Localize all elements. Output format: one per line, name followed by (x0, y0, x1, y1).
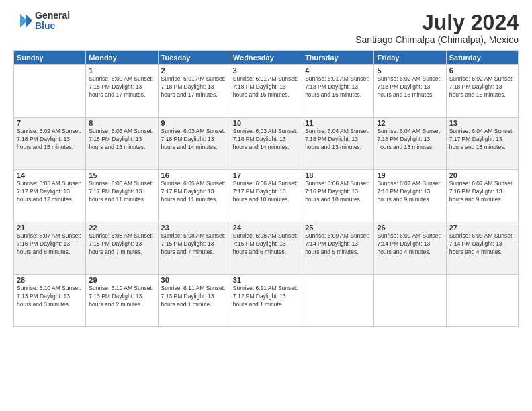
day-info: Sunrise: 6:07 AM Sunset: 7:16 PM Dayligh… (449, 180, 515, 204)
day-number: 11 (305, 119, 371, 127)
day-cell: 22Sunrise: 6:08 AM Sunset: 7:15 PM Dayli… (86, 222, 158, 275)
day-number: 4 (305, 66, 371, 75)
day-info: Sunrise: 6:06 AM Sunset: 7:17 PM Dayligh… (233, 180, 299, 204)
logo-general: General (35, 11, 70, 21)
day-info: Sunrise: 6:02 AM Sunset: 7:18 PM Dayligh… (377, 75, 443, 99)
day-info: Sunrise: 6:03 AM Sunset: 7:18 PM Dayligh… (233, 128, 299, 152)
day-cell: 7Sunrise: 6:02 AM Sunset: 7:18 PM Daylig… (14, 118, 86, 170)
day-info: Sunrise: 6:04 AM Sunset: 7:18 PM Dayligh… (305, 128, 371, 152)
day-info: Sunrise: 6:09 AM Sunset: 7:14 PM Dayligh… (377, 232, 443, 257)
day-number: 19 (377, 171, 443, 179)
logo-blue: Blue (35, 21, 70, 31)
day-number: 31 (233, 276, 299, 284)
logo-text: General Blue (35, 11, 70, 32)
day-info: Sunrise: 6:05 AM Sunset: 7:17 PM Dayligh… (89, 180, 154, 204)
day-cell: 26Sunrise: 6:09 AM Sunset: 7:14 PM Dayli… (374, 222, 446, 275)
day-cell: 17Sunrise: 6:06 AM Sunset: 7:17 PM Dayli… (230, 170, 302, 222)
day-info: Sunrise: 6:05 AM Sunset: 7:17 PM Dayligh… (161, 180, 227, 204)
day-info: Sunrise: 6:00 AM Sunset: 7:18 PM Dayligh… (89, 75, 154, 99)
day-cell: 21Sunrise: 6:07 AM Sunset: 7:16 PM Dayli… (14, 222, 86, 275)
day-number: 18 (305, 171, 371, 179)
day-cell: 9Sunrise: 6:03 AM Sunset: 7:18 PM Daylig… (158, 118, 230, 170)
day-info: Sunrise: 6:09 AM Sunset: 7:14 PM Dayligh… (305, 232, 371, 257)
day-info: Sunrise: 6:01 AM Sunset: 7:18 PM Dayligh… (161, 75, 227, 99)
day-number: 20 (449, 171, 515, 179)
day-cell: 3Sunrise: 6:01 AM Sunset: 7:18 PM Daylig… (230, 65, 302, 118)
day-number: 22 (89, 224, 154, 232)
day-info: Sunrise: 6:09 AM Sunset: 7:14 PM Dayligh… (449, 232, 515, 257)
day-header: Wednesday (230, 51, 302, 65)
day-number: 14 (17, 171, 83, 179)
day-info: Sunrise: 6:08 AM Sunset: 7:15 PM Dayligh… (89, 232, 154, 257)
day-cell: 12Sunrise: 6:04 AM Sunset: 7:18 PM Dayli… (374, 118, 446, 170)
day-info: Sunrise: 6:03 AM Sunset: 7:18 PM Dayligh… (161, 128, 227, 152)
day-cell (14, 65, 86, 118)
day-number: 23 (161, 224, 227, 232)
day-number: 5 (377, 66, 443, 75)
day-cell: 25Sunrise: 6:09 AM Sunset: 7:14 PM Dayli… (302, 222, 374, 275)
day-info: Sunrise: 6:07 AM Sunset: 7:16 PM Dayligh… (377, 180, 443, 204)
day-cell: 6Sunrise: 6:02 AM Sunset: 7:18 PM Daylig… (446, 65, 518, 118)
week-row: 1Sunrise: 6:00 AM Sunset: 7:18 PM Daylig… (14, 65, 519, 118)
day-cell: 23Sunrise: 6:08 AM Sunset: 7:15 PM Dayli… (158, 222, 230, 275)
day-cell (374, 275, 446, 327)
page: General Blue July 2024 Santiago Chimalpa… (0, 0, 532, 411)
day-header: Sunday (14, 51, 86, 65)
day-cell: 4Sunrise: 6:01 AM Sunset: 7:18 PM Daylig… (302, 65, 374, 118)
day-number: 13 (449, 119, 515, 127)
day-info: Sunrise: 6:01 AM Sunset: 7:18 PM Dayligh… (305, 75, 371, 99)
day-number: 29 (89, 276, 154, 284)
title-block: July 2024 Santiago Chimalpa (Chimalpa), … (355, 11, 519, 45)
day-info: Sunrise: 6:08 AM Sunset: 7:15 PM Dayligh… (233, 232, 299, 257)
day-cell: 1Sunrise: 6:00 AM Sunset: 7:18 PM Daylig… (86, 65, 158, 118)
day-info: Sunrise: 6:01 AM Sunset: 7:18 PM Dayligh… (233, 75, 299, 99)
day-cell: 30Sunrise: 6:11 AM Sunset: 7:13 PM Dayli… (158, 275, 230, 327)
day-info: Sunrise: 6:04 AM Sunset: 7:17 PM Dayligh… (449, 128, 515, 152)
day-info: Sunrise: 6:04 AM Sunset: 7:18 PM Dayligh… (377, 128, 443, 152)
day-number: 21 (17, 224, 83, 232)
day-number: 10 (233, 119, 299, 127)
logo-icon (13, 11, 32, 30)
day-cell: 27Sunrise: 6:09 AM Sunset: 7:14 PM Dayli… (446, 222, 518, 275)
day-cell: 10Sunrise: 6:03 AM Sunset: 7:18 PM Dayli… (230, 118, 302, 170)
day-number: 7 (17, 119, 83, 127)
day-header: Monday (86, 51, 158, 65)
day-cell: 13Sunrise: 6:04 AM Sunset: 7:17 PM Dayli… (446, 118, 518, 170)
week-row: 14Sunrise: 6:05 AM Sunset: 7:17 PM Dayli… (14, 170, 519, 222)
subtitle: Santiago Chimalpa (Chimalpa), Mexico (355, 34, 519, 45)
day-cell: 19Sunrise: 6:07 AM Sunset: 7:16 PM Dayli… (374, 170, 446, 222)
day-info: Sunrise: 6:08 AM Sunset: 7:15 PM Dayligh… (161, 232, 227, 257)
day-number: 28 (17, 276, 83, 284)
day-number: 27 (449, 224, 515, 232)
logo: General Blue (13, 11, 70, 32)
day-info: Sunrise: 6:06 AM Sunset: 7:16 PM Dayligh… (305, 180, 371, 204)
day-info: Sunrise: 6:11 AM Sunset: 7:12 PM Dayligh… (233, 285, 299, 309)
week-row: 28Sunrise: 6:10 AM Sunset: 7:13 PM Dayli… (14, 275, 519, 327)
day-cell: 31Sunrise: 6:11 AM Sunset: 7:12 PM Dayli… (230, 275, 302, 327)
day-cell: 28Sunrise: 6:10 AM Sunset: 7:13 PM Dayli… (14, 275, 86, 327)
week-row: 7Sunrise: 6:02 AM Sunset: 7:18 PM Daylig… (14, 118, 519, 170)
day-cell: 24Sunrise: 6:08 AM Sunset: 7:15 PM Dayli… (230, 222, 302, 275)
day-number: 16 (161, 171, 227, 179)
day-cell (302, 275, 374, 327)
day-cell: 2Sunrise: 6:01 AM Sunset: 7:18 PM Daylig… (158, 65, 230, 118)
day-number: 26 (377, 224, 443, 232)
day-info: Sunrise: 6:11 AM Sunset: 7:13 PM Dayligh… (161, 285, 227, 309)
header: General Blue July 2024 Santiago Chimalpa… (13, 11, 519, 45)
main-title: July 2024 (355, 11, 519, 34)
day-info: Sunrise: 6:10 AM Sunset: 7:13 PM Dayligh… (17, 285, 83, 309)
day-cell: 18Sunrise: 6:06 AM Sunset: 7:16 PM Dayli… (302, 170, 374, 222)
day-number: 3 (233, 66, 299, 75)
calendar: SundayMondayTuesdayWednesdayThursdayFrid… (13, 50, 519, 327)
day-cell: 8Sunrise: 6:03 AM Sunset: 7:18 PM Daylig… (86, 118, 158, 170)
day-cell: 5Sunrise: 6:02 AM Sunset: 7:18 PM Daylig… (374, 65, 446, 118)
day-header: Tuesday (158, 51, 230, 65)
day-number: 25 (305, 224, 371, 232)
week-row: 21Sunrise: 6:07 AM Sunset: 7:16 PM Dayli… (14, 222, 519, 275)
day-header: Thursday (302, 51, 374, 65)
day-number: 8 (89, 119, 154, 127)
day-number: 1 (89, 66, 154, 75)
day-number: 15 (89, 171, 154, 179)
day-cell: 20Sunrise: 6:07 AM Sunset: 7:16 PM Dayli… (446, 170, 518, 222)
day-cell: 29Sunrise: 6:10 AM Sunset: 7:13 PM Dayli… (86, 275, 158, 327)
